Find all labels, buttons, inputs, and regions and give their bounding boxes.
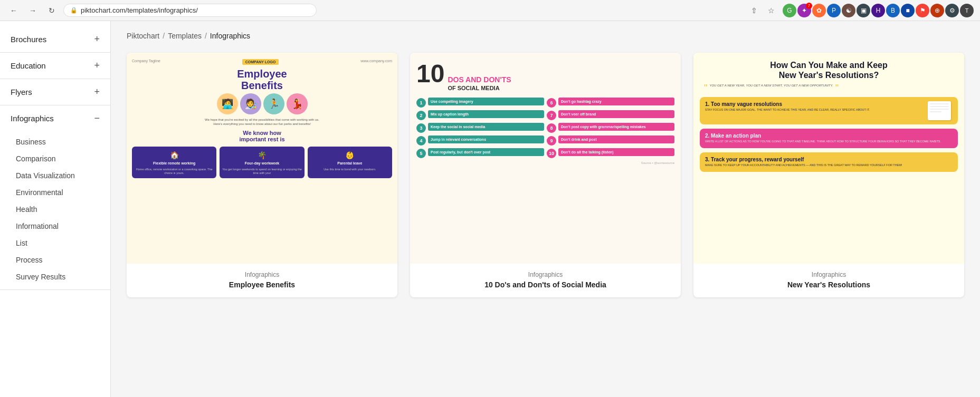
sidebar-category-infographics: Infographics − Business Comparison Data … <box>0 105 110 290</box>
sidebar-item-survey-results[interactable]: Survey Results <box>0 268 110 285</box>
template-category-3: Infographics <box>702 271 956 278</box>
sidebar-item-environmental[interactable]: Environmental <box>0 184 110 201</box>
back-button[interactable]: ← <box>6 3 21 18</box>
flyers-toggle: + <box>94 86 100 98</box>
sidebar-item-process[interactable]: Process <box>0 251 110 268</box>
sidebar-category-brochures: Brochures + <box>0 26 110 53</box>
t3-item-3: 3. Track your progress, reward yourself … <box>700 152 958 172</box>
infographics-label: Infographics <box>11 114 54 123</box>
template-card-image-1: Company Tagline COMPANY LOGO www.company… <box>127 53 397 264</box>
template-card-employee-benefits[interactable]: Company Tagline COMPANY LOGO www.company… <box>127 53 397 297</box>
ext-icon-1[interactable]: G <box>783 4 796 17</box>
sidebar-item-informational[interactable]: Informational <box>0 218 110 235</box>
sidebar-item-list[interactable]: List <box>0 235 110 251</box>
sidebar-category-infographics-header[interactable]: Infographics − <box>0 105 110 131</box>
ext-icon-5[interactable]: ☯ <box>842 4 855 17</box>
bookmark-button[interactable]: ☆ <box>764 3 778 18</box>
ext-icon-10[interactable]: ⚑ <box>916 4 929 17</box>
t3-item-1: 1. Too many vague resolutions STAY FOCUS… <box>700 97 958 124</box>
t2-source: Source • @somesource <box>416 161 674 164</box>
breadcrumb: Piktochart / Templates / Infographics <box>127 32 964 40</box>
sidebar-item-business[interactable]: Business <box>0 133 110 150</box>
t1-tagline: Company Tagline <box>132 59 160 65</box>
infographics-sub-items: Business Comparison Data Visualization E… <box>0 131 110 289</box>
template-card-image-3: How Can You Make and KeepNew Year's Reso… <box>693 53 964 264</box>
template-title-1: Employee Benefits <box>135 280 389 289</box>
infographics-toggle: − <box>94 113 100 124</box>
t3-quote: " YOU GET A NEW YEAR, YOU GET A NEW STAR… <box>700 83 958 93</box>
sidebar-category-flyers: Flyers + <box>0 79 110 105</box>
t1-cards: 🏠 Flexible remote working Home office, r… <box>132 147 392 179</box>
template-grid: Company Tagline COMPANY LOGO www.company… <box>127 53 964 297</box>
forward-button[interactable]: → <box>25 3 40 18</box>
breadcrumb-piktochart[interactable]: Piktochart <box>127 32 159 40</box>
t1-illustration: 🧑‍💻 🧑‍🎨 🏃 💃 <box>217 93 308 114</box>
t2-item-6: 6 Don't go hashtag crazy <box>547 98 674 108</box>
ext-icon-8[interactable]: B <box>886 4 900 17</box>
education-toggle: + <box>94 60 100 71</box>
breadcrumb-templates[interactable]: Templates <box>168 32 202 40</box>
t2-title-row: 10 DOS AND DON'TS OF SOCIAL MEDIA <box>416 61 674 91</box>
template-title-3: New Year's Resolutions <box>702 280 956 289</box>
browser-actions: ⇧ ☆ <box>747 3 778 18</box>
ext-icon-11[interactable]: ⊕ <box>930 4 944 17</box>
ext-icon-4[interactable]: P <box>827 4 841 17</box>
ext-icon-7[interactable]: H <box>871 4 885 17</box>
t1-card-3: 👶 Parental leave Use this time to bond w… <box>308 147 392 179</box>
sidebar-item-data-visualization[interactable]: Data Visualization <box>0 167 110 184</box>
profile-avatar[interactable]: T <box>960 4 974 17</box>
t2-item-10: 10 Don't do all the talking (listen) <box>547 148 674 158</box>
ext-icon-12[interactable]: ⚙ <box>945 4 959 17</box>
content-area: Piktochart / Templates / Infographics Co… <box>111 21 980 397</box>
t2-item-7: 7 Don't veer off brand <box>547 110 674 120</box>
sidebar-category-education-header[interactable]: Education + <box>0 53 110 79</box>
ext-icon-3[interactable]: ✿ <box>812 4 826 17</box>
ext-icon-6[interactable]: ▣ <box>857 4 870 17</box>
share-button[interactable]: ⇧ <box>747 3 762 18</box>
t1-logo: COMPANY LOGO <box>242 59 279 65</box>
t3-item-2: 2. Make an action plan WRITE A LIST OF A… <box>700 129 958 148</box>
template-card-image-2: 10 DOS AND DON'TS OF SOCIAL MEDIA 1 <box>410 53 681 264</box>
t1-website: www.company.com <box>360 59 392 65</box>
browser-extensions: G ✦ 7 ✿ P ☯ ▣ H B ■ ⚑ ⊕ ⚙ T <box>783 4 974 17</box>
t1-subtext: We hope that you're excited by all the p… <box>202 118 322 127</box>
t1-card-1: 🏠 Flexible remote working Home office, r… <box>132 147 216 179</box>
breadcrumb-current: Infographics <box>210 32 250 40</box>
main-layout: Brochures + Education + Flyers + Infogra… <box>0 21 980 397</box>
t3-content: 1. Too many vague resolutions STAY FOCUS… <box>700 97 958 171</box>
t2-item-2: 2 Mix up caption length <box>416 110 544 120</box>
t2-item-4: 4 Jump in relevant conversations <box>416 135 544 146</box>
t2-item-9: 9 Don't drink and post <box>547 135 674 146</box>
t2-item-3: 3 Keep the social in social media <box>416 123 544 133</box>
template-card-info-2: Infographics 10 Do's and Don'ts of Socia… <box>410 264 681 297</box>
breadcrumb-sep-2: / <box>205 32 207 40</box>
t2-big-number: 10 <box>416 61 444 86</box>
sidebar-category-brochures-header[interactable]: Brochures + <box>0 26 110 52</box>
breadcrumb-sep-1: / <box>163 32 165 40</box>
reload-button[interactable]: ↻ <box>44 3 59 18</box>
template-category-1: Infographics <box>135 271 389 278</box>
sidebar-item-health[interactable]: Health <box>0 201 110 218</box>
sidebar-category-flyers-header[interactable]: Flyers + <box>0 79 110 105</box>
sidebar: Brochures + Education + Flyers + Infogra… <box>0 21 111 397</box>
t2-grid: 1 Use compelling imagery 2 Mix up captio… <box>416 98 674 158</box>
t1-card-2: 🌴 Four-day workweek You get longer weeke… <box>220 147 304 179</box>
t2-item-8: 8 Don't post copy with grammar/spelling … <box>547 123 674 133</box>
flyers-label: Flyers <box>11 88 32 96</box>
address-bar[interactable]: 🔒 piktochart.com/templates/infographics/ <box>63 4 317 17</box>
url-text: piktochart.com/templates/infographics/ <box>81 6 198 14</box>
t1-title: EmployeeBenefits <box>237 68 287 91</box>
template-card-info-3: Infographics New Year's Resolutions <box>693 264 964 297</box>
t2-item-5: 5 Post regularly, but don't over post <box>416 148 544 158</box>
ext-icon-2[interactable]: ✦ 7 <box>797 4 811 17</box>
sidebar-item-comparison[interactable]: Comparison <box>0 150 110 167</box>
template-title-2: 10 Do's and Don'ts of Social Media <box>418 280 672 289</box>
sidebar-category-education: Education + <box>0 53 110 79</box>
template-category-2: Infographics <box>418 271 672 278</box>
template-card-new-years[interactable]: How Can You Make and KeepNew Year's Reso… <box>693 53 964 297</box>
t2-dos-donts: DOS AND DON'TS OF SOCIAL MEDIA <box>448 76 511 91</box>
ext-icon-9[interactable]: ■ <box>901 4 915 17</box>
t3-title: How Can You Make and KeepNew Year's Reso… <box>700 60 958 80</box>
template-card-dos-donts[interactable]: 10 DOS AND DON'TS OF SOCIAL MEDIA 1 <box>410 53 681 297</box>
brochures-label: Brochures <box>11 35 46 44</box>
